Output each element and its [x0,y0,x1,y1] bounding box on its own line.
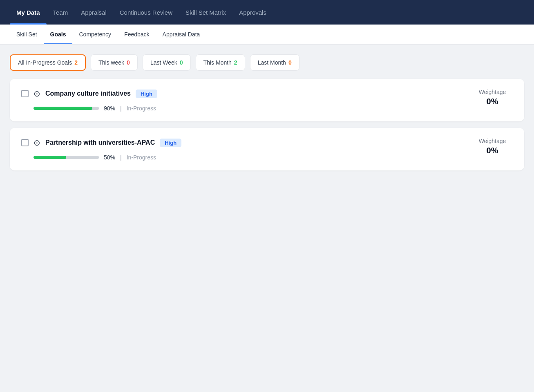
progress-status-0: In-Progress [127,105,156,112]
top-nav: My Data Team Appraisal Continuous Review… [0,0,534,25]
nav-item-approvals[interactable]: Approvals [232,0,273,25]
goal-checkbox-0[interactable] [21,90,29,97]
goal-title-1: Partnership with universities-APAC [45,139,155,146]
progress-bar-container-0 [34,107,99,110]
goal-left-1: ⊙ Partnership with universities-APAC Hig… [21,138,472,161]
goal-checkbox-1[interactable] [21,139,29,146]
filter-count-this-month: 2 [234,59,237,66]
tab-goals[interactable]: Goals [44,25,73,44]
target-icon-1: ⊙ [34,138,40,148]
nav-item-skill-set-matrix[interactable]: Skill Set Matrix [179,0,232,25]
goal-title-0: Company culture initiatives [45,90,131,97]
goal-title-row-1: ⊙ Partnership with universities-APAC Hig… [21,138,472,148]
progress-bar-fill-1 [34,156,66,159]
filter-label-this-month: This Month [203,59,232,66]
filter-count-last-month: 0 [288,59,292,66]
goal-right-0: Weightage 0% [472,89,513,106]
tab-competency[interactable]: Competency [72,25,118,44]
tab-feedback[interactable]: Feedback [118,25,156,44]
filter-bar: All In-Progress Goals 2 This week 0 Last… [10,54,524,71]
nav-item-team[interactable]: Team [47,0,75,25]
nav-item-my-data[interactable]: My Data [10,0,47,25]
goal-progress-row-0: 90% | In-Progress [21,105,472,112]
nav-item-appraisal[interactable]: Appraisal [74,0,113,25]
filter-last-week[interactable]: Last Week 0 [143,54,191,71]
progress-divider-1: | [120,154,122,161]
tab-skill-set[interactable]: Skill Set [10,25,44,44]
filter-label-all: All In-Progress Goals [18,59,72,66]
progress-percent-1: 50% [104,154,115,161]
progress-bar-fill-0 [34,107,92,110]
main-content: All In-Progress Goals 2 This week 0 Last… [0,45,534,392]
filter-all-in-progress[interactable]: All In-Progress Goals 2 [10,54,86,71]
filter-label-last-month: Last Month [258,59,286,66]
filter-this-month[interactable]: This Month 2 [196,54,245,71]
goal-progress-row-1: 50% | In-Progress [21,154,472,161]
filter-this-week[interactable]: This week 0 [91,54,138,71]
goal-title-row-0: ⊙ Company culture initiatives High [21,89,472,99]
priority-badge-1: High [160,139,181,147]
target-icon-0: ⊙ [34,89,40,99]
filter-count-last-week: 0 [180,59,183,66]
progress-percent-0: 90% [104,105,115,112]
sub-nav: Skill Set Goals Competency Feedback Appr… [0,25,534,45]
goal-left-0: ⊙ Company culture initiatives High 90% |… [21,89,472,112]
progress-bar-container-1 [34,156,99,159]
filter-count-this-week: 0 [127,59,130,66]
filter-count-all: 2 [74,59,78,66]
filter-label-this-week: This week [98,59,124,66]
weightage-value-1: 0% [472,146,513,155]
progress-divider-0: | [120,105,122,112]
weightage-value-0: 0% [472,97,513,106]
priority-badge-0: High [136,90,157,98]
goal-right-1: Weightage 0% [472,138,513,155]
filter-label-last-week: Last Week [150,59,177,66]
nav-item-continuous-review[interactable]: Continuous Review [113,0,179,25]
progress-status-1: In-Progress [127,154,156,161]
weightage-label-0: Weightage [472,89,513,95]
weightage-label-1: Weightage [472,138,513,144]
goal-card-1: ⊙ Partnership with universities-APAC Hig… [10,128,524,170]
goal-card-0: ⊙ Company culture initiatives High 90% |… [10,79,524,121]
filter-last-month[interactable]: Last Month 0 [250,54,299,71]
tab-appraisal-data[interactable]: Appraisal Data [156,25,207,44]
